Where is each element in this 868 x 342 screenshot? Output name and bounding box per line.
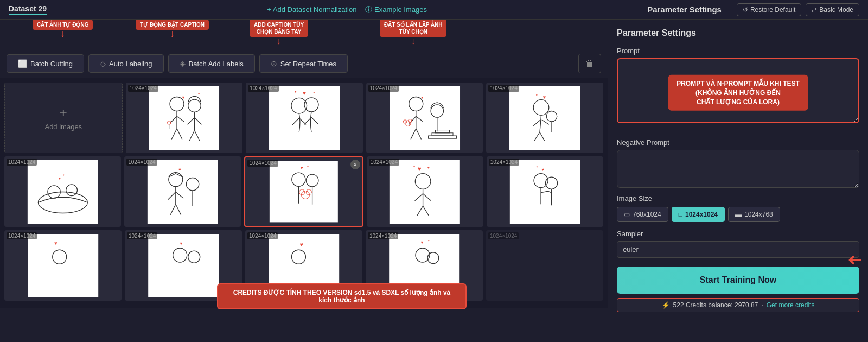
portrait-icon: ▭ [624,211,630,218]
svg-text:♥: ♥ [303,90,306,96]
size-label: 1024×1024 [7,159,37,166]
add-normalization-btn[interactable]: + Add Dataset Normalization [267,5,356,14]
size-label: 1024×1024 [127,232,157,239]
ann3-item: ADD CAPTION TÙYCHỌN BẰNG TAY ↓ [250,20,308,45]
image-cell-2-1: 1024×1024 × ♥ ♥ [4,156,121,227]
size-768x1024-button[interactable]: ▭ 768x1024 [617,207,668,222]
size-label: 1024×1024 [128,85,158,92]
svg-text:♥: ♥ [418,164,422,172]
restore-default-button[interactable]: ↺ Restore Default [737,3,801,16]
set-repeat-times-button[interactable]: ⊙ Set Repeat Times [259,54,348,73]
svg-text:♥: ♥ [421,95,423,99]
size-label: 1024×1024 [369,159,399,166]
negative-prompt-textarea[interactable] [617,150,859,188]
sampler-label: Sampler [617,230,859,238]
ann4-box: ĐẶT SỐ LẦN LẶP ẢNHTÙY CHỌN [380,20,446,37]
param-settings-title: Parameter Settings [617,28,859,38]
plus-icon: + [60,105,67,121]
batch-cutting-button[interactable]: ⬜ Batch Cutting [7,54,84,73]
size-1024-768-label: 1024x768 [744,211,773,218]
image-row-1: + Add images 1024×1024 [4,83,603,153]
size-label: 1024×1024 [248,85,278,92]
size-buttons: ▭ 768x1024 □ 1024x1024 ▬ 1024x768 [617,207,859,222]
dataset-title: Dataset 29 [9,4,47,15]
image-cell-3-5: 1024×1024 [486,230,603,301]
svg-text:♥: ♥ [295,89,297,93]
batch-add-labels-button[interactable]: ◈ Batch Add Labels [168,54,255,73]
restore-icon: ↺ [743,6,748,14]
add-images-cell[interactable]: + Add images [4,83,123,153]
svg-text:♥: ♥ [307,165,309,168]
trash-icon: 🗑 [585,59,594,68]
toolbar-annotations: CẮT ẢNH TỰ ĐỘNG ↓ TỰ ĐỘNG ĐẶT CAPTION ↓ … [0,20,608,49]
example-images-btn[interactable]: ⓘ Example Images [365,5,426,15]
ann1-item: CẮT ẢNH TỰ ĐỘNG ↓ [33,20,93,37]
svg-text:♥: ♥ [198,92,200,96]
credits-bar: ⚡ 522 Credits balance: 2970.87 · Get mor… [617,298,859,312]
add-images-label: Add images [44,123,82,131]
right-panel: Parameter Settings Prompt PROMPT VÀ N-PR… [608,20,868,342]
image-cell-2-4: 1024×1024 × ♥ ♥ ♥ [367,156,483,227]
svg-text:♥: ♥ [536,166,538,168]
image-cell-2-2: 1024×1024 × [124,156,241,227]
size-1024x1024-button[interactable]: □ 1024x1024 [672,207,725,222]
svg-rect-60 [270,161,338,222]
main-layout: CẮT ẢNH TỰ ĐỘNG ↓ TỰ ĐỘNG ĐẶT CAPTION ↓ … [0,20,868,342]
mode-icon: ⇄ [812,6,817,14]
image-cell-2-3: 1024×1024 × ♥ [244,156,363,227]
tag-icon: ◈ [180,59,186,68]
svg-text:♥: ♥ [420,240,423,245]
batch-cutting-label: Batch Cutting [30,60,73,68]
start-training-button[interactable]: Start Training Now [617,267,859,294]
svg-text:♥: ♥ [413,165,415,168]
top-bar-right: Parameter Settings ↺ Restore Default ⇄ B… [647,3,859,16]
svg-rect-80 [28,234,98,297]
crop-icon: ⬜ [18,59,27,68]
svg-text:♥: ♥ [178,167,181,172]
image-cell-1-4: 1024×1024 [366,83,483,153]
red-arrow-icon: ➜ [847,250,862,271]
top-bar-left: Dataset 29 [9,4,47,15]
param-settings-label: Parameter Settings [647,5,722,14]
svg-rect-23 [390,86,460,150]
landscape-icon: ▬ [735,211,742,218]
ann3-box: ADD CAPTION TÙYCHỌN BẰNG TAY [250,20,308,37]
svg-text:♥: ♥ [543,94,546,99]
basic-mode-button[interactable]: ⇄ Basic Mode [806,3,859,16]
start-training-section: Start Training Now ➜ [617,267,859,298]
svg-rect-50 [148,160,218,224]
sampler-select[interactable]: euler ddim dpm++ [617,241,859,258]
size-label: 1024×1024 [247,160,278,167]
svg-text:♥: ♥ [536,93,538,97]
svg-rect-83 [148,234,219,297]
set-repeat-times-label: Set Repeat Times [280,60,336,68]
image-cell-1-3: 1024×1024 ♥ ♥ ♥ [246,83,363,153]
svg-text:♥: ♥ [182,94,185,99]
svg-text:♥: ♥ [427,239,429,242]
prompt-textarea[interactable] [617,58,859,123]
close-button[interactable]: × [350,160,360,169]
square-icon: □ [679,211,682,218]
svg-text:♥: ♥ [59,176,61,180]
get-more-credits-link[interactable]: Get more credits [767,301,815,309]
lightning-icon: ⚡ [662,301,670,309]
size-label: 1024×1024 [489,159,519,166]
size-label: 1024×1024 [368,232,398,239]
batch-add-labels-label: Batch Add Labels [189,60,244,68]
svg-text:♥: ♥ [299,241,303,247]
size-label: 1024×1024 [7,232,37,239]
top-bar: Dataset 29 + Add Dataset Normalization ⓘ… [0,0,868,20]
svg-text:♥: ♥ [541,167,544,172]
size-1024x768-button[interactable]: ▬ 1024x768 [728,207,780,222]
top-bar-center: + Add Dataset Normalization ⓘ Example Im… [267,5,427,15]
auto-labeling-button[interactable]: ◇ Auto Labeling [88,54,164,73]
delete-button[interactable]: 🗑 [578,54,601,73]
image-cell-3-1: 1024×1024 ♥ [4,230,122,301]
image-cell-1-2: 1024×1024 [126,83,243,153]
size-label: 1024×1024 [488,232,519,239]
toolbar: ⬜ Batch Cutting ◇ Auto Labeling ◈ Batch … [0,49,608,78]
image-cell-2-5: 1024×1024 × ♥ ♥ [487,156,603,227]
auto-labeling-label: Auto Labeling [109,60,152,68]
svg-rect-70 [390,160,460,224]
image-size-label: Image Size [617,194,859,202]
